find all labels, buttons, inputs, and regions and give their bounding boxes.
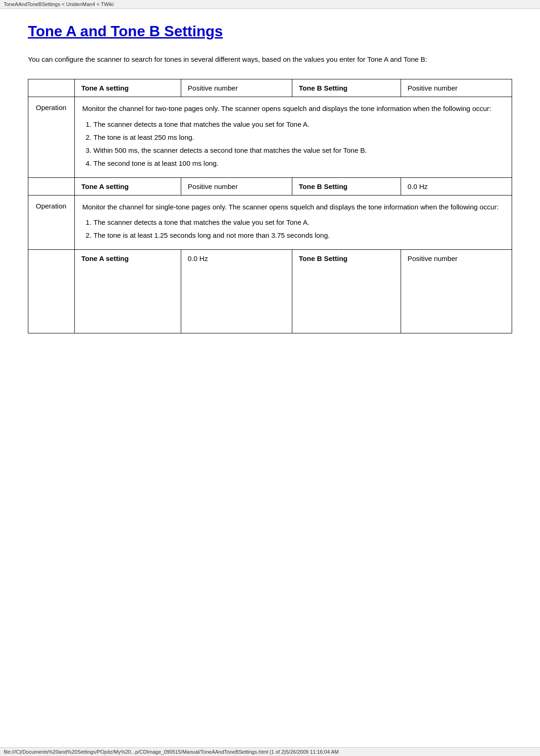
tone-b-val-1: Positive number [401, 79, 512, 97]
intro-text: You can configure the scanner to search … [28, 54, 512, 65]
browser-title: ToneAAndToneBSettings < UnidenMan4 < TWi… [4, 1, 113, 7]
operation1-list: The scanner detects a tone that matches … [93, 119, 504, 169]
operation-label-2: Operation [28, 195, 75, 250]
table-header-row-1: Tone A setting Positive number Tone B Se… [28, 79, 512, 97]
tone-a-val-2: Positive number [181, 177, 292, 195]
tone-a-header-2: Tone A setting [75, 177, 181, 195]
tone-a-val-1: Positive number [181, 79, 292, 97]
tone-a-header-3: Tone A setting [75, 250, 181, 333]
operation2-intro: Monitor the channel for single-tone page… [82, 202, 504, 213]
table-header-row-2: Tone A setting Positive number Tone B Se… [28, 177, 512, 195]
tone-b-header-1: Tone B Setting [292, 79, 401, 97]
list-item: The second tone is at least 100 ms long. [93, 158, 504, 169]
empty-cell-1 [28, 79, 75, 97]
operation-description-2: Monitor the channel for single-tone page… [75, 195, 512, 250]
browser-title-bar: ToneAAndToneBSettings < UnidenMan4 < TWi… [0, 0, 540, 9]
table-header-row-3: Tone A setting 0.0 Hz Tone B Setting Pos… [28, 250, 512, 333]
table-operation-row-1: Operation Monitor the channel for two-to… [28, 97, 512, 178]
operation2-list: The scanner detects a tone that matches … [93, 217, 504, 241]
operation-label-1: Operation [28, 97, 75, 178]
tone-a-val-3: 0.0 Hz [181, 250, 292, 333]
list-item: The tone is at least 1.25 seconds long a… [93, 230, 504, 241]
operation1-intro: Monitor the channel for two-tone pages o… [82, 104, 504, 114]
list-item: The scanner detects a tone that matches … [93, 217, 504, 228]
settings-table: Tone A setting Positive number Tone B Se… [28, 79, 512, 333]
list-item: The scanner detects a tone that matches … [93, 119, 504, 130]
page-title: Tone A and Tone B Settings [28, 23, 512, 40]
tone-b-val-2: 0.0 Hz [401, 177, 512, 195]
tone-a-header-1: Tone A setting [75, 79, 181, 97]
list-item: Within 500 ms, the scanner detects a sec… [93, 145, 504, 156]
tone-b-header-3: Tone B Setting [292, 250, 401, 333]
list-item: The tone is at least 250 ms long. [93, 132, 504, 143]
table-operation-row-2: Operation Monitor the channel for single… [28, 195, 512, 250]
tone-b-header-2: Tone B Setting [292, 177, 401, 195]
empty-cell-2 [28, 177, 75, 195]
footer-bar: file:///C|/Documents%20and%20Settings/PO… [0, 747, 540, 756]
empty-cell-3 [28, 250, 75, 333]
tone-b-val-3: Positive number [401, 250, 512, 333]
operation-description-1: Monitor the channel for two-tone pages o… [75, 97, 512, 178]
footer-url: file:///C|/Documents%20and%20Settings/PO… [4, 749, 339, 755]
